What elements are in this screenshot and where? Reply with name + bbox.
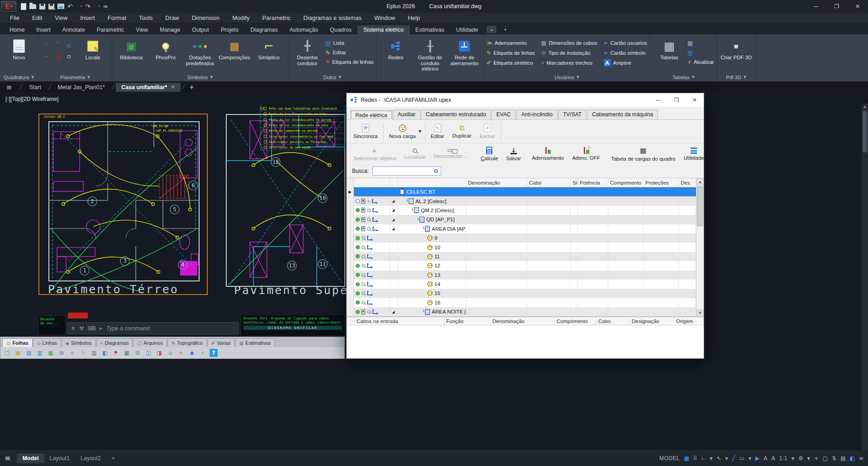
ribbon-button-tabelas[interactable]: ▦Tabelas — [653, 36, 686, 73]
dock-tab-estimativas[interactable]: ▥Estimativas — [235, 338, 275, 347]
row-expand-toggle[interactable]: ◢ — [390, 307, 398, 316]
desconectar-button[interactable]: Desconectar... — [429, 148, 474, 160]
layout-tab-[interactable]: + — [106, 453, 120, 463]
dialog-tab-tv-sat[interactable]: TV/SAT — [558, 109, 587, 119]
copy-sheet-icon[interactable]: ⧉ — [57, 349, 66, 357]
gear-caret[interactable]: ▾ — [807, 455, 810, 461]
menu-insert[interactable]: Insert — [74, 13, 101, 24]
row-selector[interactable] — [347, 215, 354, 224]
row-action-icons[interactable] — [354, 243, 390, 252]
row-expand-toggle[interactable] — [390, 187, 398, 196]
row-selector[interactable] — [347, 280, 354, 289]
duplicar-button[interactable]: ⧉ Duplicar — [448, 124, 476, 139]
row-action-icons[interactable] — [354, 271, 390, 280]
ribbon-button-hatch-icon[interactable]: ⁙ — [41, 40, 51, 50]
ribbon-button-atualizar[interactable]: ⚡Atualizar — [687, 58, 714, 66]
scroll-down-icon[interactable]: ▼ — [696, 309, 704, 317]
editar-button[interactable]: ✎ Editar — [427, 123, 448, 140]
ribbon-group-footer-usuarios[interactable]: Usuários▼ — [484, 73, 650, 81]
ribbon-button-dota-es-predefinidos[interactable]: ★★★Dotações predefinidos — [184, 36, 216, 73]
row-expand-toggle[interactable] — [390, 280, 398, 289]
close-button[interactable]: ✕ — [847, 0, 868, 13]
hatch-sheet-icon[interactable]: ▨ — [90, 349, 98, 357]
ribbon-group-footer-tabelas[interactable]: Tabelas▼ — [650, 73, 717, 81]
settings-gear-icon[interactable]: ⚙ — [798, 455, 803, 461]
layers-icon[interactable]: ▩ — [123, 349, 131, 357]
row-selector[interactable] — [347, 261, 354, 270]
entry-column-cabo[interactable]: Cabo — [596, 317, 630, 325]
dock-tab-diagramas[interactable]: ⌗Diagramas — [96, 338, 133, 347]
row-selector[interactable] — [347, 289, 354, 298]
ribbon-collapse-caret[interactable]: ▾ — [500, 26, 510, 33]
dialog-minimize-button[interactable]: — — [649, 93, 668, 107]
menu-dimension[interactable]: Dimension — [186, 13, 226, 24]
tree-node-qd-ap-p1[interactable]: └QD [AP_P1] — [398, 215, 466, 224]
ribbon-button-table-save-icon[interactable]: ▥ — [687, 48, 714, 57]
scale-caret[interactable]: ▾ — [792, 455, 794, 461]
layout-tab-model[interactable]: Model — [17, 453, 44, 463]
tree-node-celesc-bt[interactable]: CELESC BT — [398, 187, 466, 196]
row-action-icons[interactable] — [354, 233, 390, 243]
row-expand-toggle[interactable]: ◢ — [390, 215, 398, 224]
ribbon-group-footer-quadratura[interactable]: Quadratura▼ — [0, 73, 38, 81]
tools-icon[interactable]: ⚒ — [79, 325, 84, 332]
redo-dropdown-icon[interactable]: ▾ — [98, 5, 100, 8]
expand-triangle-icon[interactable]: ◢ — [392, 218, 395, 222]
hash-icon[interactable]: ⌗ — [68, 349, 76, 357]
ribbon-button-cart-o-usuarios[interactable]: ➢Cartão usuarios — [604, 39, 647, 47]
grid-row-16[interactable]: 16 — [347, 298, 704, 307]
clean-screen-icon[interactable]: ◧ — [850, 455, 855, 461]
sincroniza-button[interactable]: ⟳ Sincroniza — [349, 123, 382, 140]
row-action-icons[interactable] — [354, 298, 390, 307]
ribbon-tab-automa-o[interactable]: Automação — [284, 25, 324, 34]
dock-tab-topogr-fico[interactable]: ✎Topográfico — [167, 338, 207, 347]
ribbon-button-composi-es[interactable]: ▦Composições — [218, 36, 251, 73]
menu-file[interactable]: File — [4, 13, 26, 24]
flag-icon[interactable]: ⚑ — [112, 349, 120, 357]
utilidade-button[interactable]: Utilidade — [680, 147, 708, 162]
save-as-icon[interactable] — [48, 4, 54, 10]
selection-cursor-icon[interactable]: ▶ — [755, 455, 759, 461]
ribbon-button-novo[interactable]: Novo — [3, 36, 35, 73]
ribbon-group-footer-planimetria[interactable]: Planimetria▼ — [38, 73, 112, 81]
star-icon[interactable]: ✦ — [177, 349, 185, 357]
export-icon[interactable]: ▥ — [36, 349, 44, 357]
column-header-prote-es[interactable]: Proteções — [644, 178, 679, 187]
grid-row-9[interactable]: 9 — [347, 233, 704, 243]
scroll-up-icon[interactable]: ▲ — [696, 178, 704, 185]
ribbon-group-footer-simbolos[interactable]: Símbolos▼ — [112, 73, 288, 81]
new-sheet-icon[interactable]: ▢ — [3, 349, 11, 357]
tree-node-12[interactable]: 12 — [398, 261, 466, 270]
salvar-button[interactable]: ↓ Salvar — [502, 146, 525, 162]
dialog-tab-anti-inc-ndio[interactable]: Anti-incêndio — [516, 109, 558, 119]
command-line[interactable]: ✕⚒⌨ ▸ Type a command — [67, 322, 239, 334]
panel-icon[interactable]: ▤ — [840, 455, 845, 461]
open-folder-icon[interactable] — [29, 4, 36, 9]
row-expand-toggle[interactable]: ◢ — [390, 206, 398, 215]
row-action-icons[interactable] — [354, 252, 390, 261]
save-sheet-icon[interactable]: ◧ — [101, 349, 109, 357]
dock-tab-folhas[interactable]: ▤Folhas — [2, 338, 33, 347]
model-space-label[interactable]: MODEL — [659, 455, 680, 461]
ribbon-tab-parametric[interactable]: Parametric — [91, 25, 130, 34]
ribbon-button-sin-ptico[interactable]: ⌐Sinóptico — [253, 36, 285, 73]
ribbon-tab-utilidade[interactable]: Utilidade — [450, 25, 484, 34]
grid-row-celesc-bt[interactable]: ▶CELESC BT — [347, 187, 704, 196]
expand-triangle-icon[interactable]: ◢ — [392, 227, 395, 231]
dialog-tab-cabeamento-da-m-quina[interactable]: Cabeamento da máquina — [587, 109, 658, 119]
ribbon-button-tipo-de-instala-o[interactable]: ⚙Tipo de instalação — [541, 49, 597, 57]
grid-row-14[interactable]: 14 — [347, 280, 704, 289]
localizar-button[interactable]: Localizar — [401, 147, 429, 161]
ribbon-button-adensamento[interactable]: ≫Adensamento — [486, 39, 535, 47]
menu-modify[interactable]: Modify — [226, 13, 256, 24]
status-menu-icon[interactable]: ≡ — [5, 454, 10, 462]
ribbon-button-etiqueta-de-linhas[interactable]: ⚑Etiqueta de linhas — [325, 58, 373, 66]
menu-edit[interactable]: Edit — [26, 13, 48, 24]
row-action-icons[interactable] — [354, 280, 390, 289]
row-expand-toggle[interactable]: ◢ — [390, 196, 398, 205]
column-header-des[interactable]: Des — [679, 178, 696, 187]
row-expand-toggle[interactable] — [390, 271, 398, 280]
tree-node-al-2-celesc[interactable]: └AL.2 [Celesc] — [398, 196, 466, 205]
row-action-icons[interactable] — [354, 224, 390, 233]
ribbon-collapse-icon[interactable]: ▴ — [486, 26, 496, 33]
